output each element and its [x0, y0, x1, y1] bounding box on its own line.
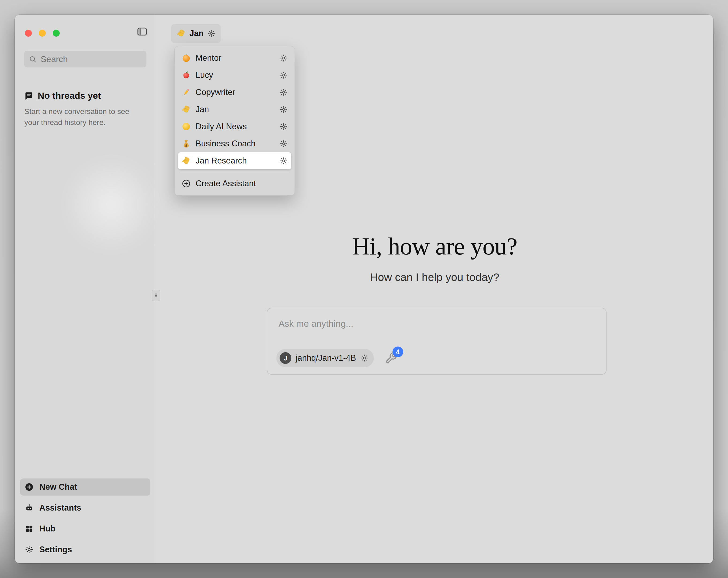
wave-emoji-icon: [177, 29, 186, 38]
svg-text:$: $: [185, 144, 187, 147]
yellow-circle-emoji-icon: [182, 122, 191, 131]
main-area: Jan Mentor Lucy Copywriter Jan: [156, 15, 713, 563]
model-settings-icon[interactable]: [360, 354, 368, 362]
traffic-lights: [25, 30, 60, 37]
assistant-gear-icon[interactable]: [280, 105, 288, 114]
greeting-subtitle: How can I help you today?: [156, 271, 713, 284]
sidebar-item-settings[interactable]: Settings: [20, 541, 150, 558]
app-window: No threads yet Start a new conversation …: [15, 15, 713, 563]
assistant-menu-item-copywriter[interactable]: Copywriter: [178, 84, 291, 101]
moneybag-emoji-icon: $: [182, 139, 191, 148]
sidebar: No threads yet Start a new conversation …: [15, 15, 156, 563]
assistant-selector-button[interactable]: Jan: [171, 24, 221, 43]
assistant-menu-item-business-coach[interactable]: $ Business Coach: [178, 135, 291, 152]
model-avatar: J: [280, 352, 291, 364]
empty-threads-title: No threads yet: [38, 91, 101, 101]
assistant-settings-icon[interactable]: [207, 29, 215, 37]
assistants-icon: [25, 504, 33, 512]
assistant-gear-icon[interactable]: [280, 140, 288, 148]
search-input[interactable]: [40, 54, 154, 65]
nav-label: Settings: [39, 545, 72, 554]
chat-input[interactable]: [278, 318, 595, 344]
assistant-gear-icon[interactable]: [280, 157, 288, 165]
plus-outline-icon: [182, 179, 191, 188]
close-window-button[interactable]: [25, 30, 32, 37]
new-chat-button[interactable]: New Chat: [20, 478, 150, 496]
assistant-label: Daily AI News: [196, 122, 275, 131]
apple-emoji-icon: [182, 71, 191, 80]
wave-emoji-icon: [182, 105, 191, 114]
composer-toolbar: J janhq/Jan-v1-4B 4: [277, 349, 397, 367]
menu-divider: [180, 172, 290, 172]
assistant-label: Mentor: [196, 53, 275, 63]
create-assistant-label: Create Assistant: [196, 179, 288, 189]
pencil-emoji-icon: [182, 88, 191, 97]
sidebar-nav: New Chat Assistants Hub Settings: [20, 478, 150, 558]
assistant-menu-item-mentor[interactable]: Mentor: [178, 50, 291, 67]
empty-threads-description: Start a new conversation to see your thr…: [24, 106, 144, 128]
create-assistant-button[interactable]: Create Assistant: [178, 175, 291, 192]
search-icon: [29, 55, 36, 63]
sidebar-toggle-icon[interactable]: [136, 26, 148, 37]
nav-label: Assistants: [39, 503, 81, 513]
empty-threads-state: No threads yet Start a new conversation …: [24, 91, 144, 128]
tools-count-badge: 4: [392, 347, 403, 357]
wave-emoji-icon: [182, 156, 191, 166]
assistant-label: Lucy: [196, 70, 275, 80]
search-bar: [24, 51, 146, 68]
model-selector-button[interactable]: J janhq/Jan-v1-4B: [277, 349, 374, 367]
hub-grid-icon: [25, 525, 33, 533]
assistant-gear-icon[interactable]: [280, 54, 288, 62]
assistant-label: Jan: [196, 105, 275, 114]
zoom-window-button[interactable]: [53, 30, 60, 37]
nav-label: Hub: [39, 524, 55, 534]
sidebar-item-assistants[interactable]: Assistants: [20, 499, 150, 517]
sidebar-resize-handle[interactable]: [152, 290, 160, 301]
assistant-selector-label: Jan: [189, 29, 204, 38]
greeting-title: Hi, how are you?: [156, 232, 713, 260]
model-name: janhq/Jan-v1-4B: [296, 353, 356, 363]
tools-button[interactable]: 4: [385, 352, 397, 364]
assistant-label: Business Coach: [196, 139, 275, 149]
assistant-gear-icon[interactable]: [280, 123, 288, 131]
minimize-window-button[interactable]: [39, 30, 46, 37]
thread-bubble-icon: [24, 91, 33, 100]
assistant-label: Jan Research: [196, 156, 275, 166]
sidebar-glow: [57, 151, 164, 258]
assistant-gear-icon[interactable]: [280, 71, 288, 79]
plus-circle-icon: [25, 483, 33, 491]
sidebar-item-hub[interactable]: Hub: [20, 520, 150, 537]
assistant-menu-item-jan-research[interactable]: Jan Research: [178, 152, 291, 169]
settings-gear-icon: [25, 545, 33, 554]
nav-label: New Chat: [39, 482, 77, 492]
assistant-menu-item-lucy[interactable]: Lucy: [178, 67, 291, 84]
orange-emoji-icon: [182, 53, 191, 62]
assistant-label: Copywriter: [196, 87, 275, 97]
assistant-dropdown-menu: Mentor Lucy Copywriter Jan Daily AI News: [175, 46, 295, 196]
assistant-gear-icon[interactable]: [280, 88, 288, 96]
chat-composer: J janhq/Jan-v1-4B 4: [267, 308, 606, 375]
assistant-menu-item-jan[interactable]: Jan: [178, 101, 291, 118]
assistant-menu-item-daily-ai-news[interactable]: Daily AI News: [178, 118, 291, 135]
